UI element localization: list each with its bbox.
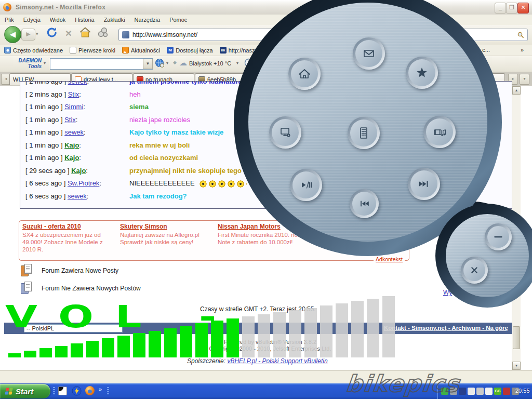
minimize-button[interactable]: _ <box>495 3 506 14</box>
bikepics-watermark: bikepics <box>340 369 532 399</box>
bookmark-label[interactable]: Aktualności <box>131 47 160 54</box>
calculator-button[interactable] <box>348 117 380 149</box>
desktop-screen: Simsony.net - Mozilla Firefox _ ❐ ✕ Plik… <box>0 0 532 399</box>
daemon-search-combobox[interactable] <box>50 58 153 70</box>
footer-link[interactable]: Archiwum <box>451 325 486 331</box>
list-all-tabs-icon[interactable]: ▾ <box>520 74 529 85</box>
back-history-dropdown[interactable]: ▾ <box>36 31 38 36</box>
bookmark-label[interactable]: Dostosuj łącza <box>176 47 213 54</box>
volume-bar <box>86 341 99 357</box>
shout-username-link[interactable]: sewek <box>68 81 87 85</box>
search-dropdown-caret[interactable]: ▾ <box>166 61 168 65</box>
volume-bar <box>117 336 130 357</box>
adkontekst-link[interactable]: Adkontekst <box>374 256 405 262</box>
firefox-title-bar: Simsony.net - Mozilla Firefox _ ❐ ✕ <box>0 0 532 15</box>
reload-icon[interactable] <box>45 26 59 41</box>
stop-icon[interactable]: × <box>61 26 76 41</box>
volume-bar <box>258 314 270 357</box>
url-text[interactable]: http://www.simsony.net/ <box>132 31 197 38</box>
menu-item[interactable]: Historia <box>70 17 99 23</box>
volume-bar <box>164 328 177 357</box>
shout-username-link[interactable]: Kajo <box>71 167 86 175</box>
translation-line: Spolszczenie: vBHELP.pl - Polski Support… <box>187 357 328 365</box>
tlen-quicklaunch-icon[interactable] <box>58 387 67 395</box>
menu-item[interactable]: Plik <box>0 17 19 23</box>
restore-button[interactable]: ❐ <box>506 3 517 14</box>
volume-bar <box>336 303 348 357</box>
search-magnifier-icon[interactable] <box>517 31 524 38</box>
volume-down-button[interactable] <box>485 223 512 250</box>
star-icon <box>408 59 435 86</box>
home-icon[interactable] <box>78 26 92 41</box>
play-pause-button[interactable] <box>290 169 322 201</box>
forward-button[interactable]: ▶ <box>21 29 35 41</box>
menu-item[interactable]: Edycja <box>19 17 45 23</box>
shout-time: [ 2 mins ago ] <box>25 81 66 85</box>
menu-item[interactable]: Pomoc <box>165 17 192 23</box>
shout-username-link[interactable]: sewek <box>68 192 87 200</box>
shout-username-link[interactable]: sewek <box>64 128 84 136</box>
footer-link[interactable]: Simsony.net <box>411 325 451 331</box>
bookmark-label[interactable]: Często odwiedzane <box>13 47 63 54</box>
back-button[interactable]: ◀ <box>4 26 21 43</box>
display-button[interactable] <box>269 116 301 149</box>
menu-item[interactable]: Zakładki <box>99 17 130 23</box>
mail-icon <box>355 40 382 67</box>
start-button[interactable]: Start <box>0 384 50 398</box>
vbhelp-link[interactable]: vBHELP.pl - Polski Support vBulletin <box>227 357 327 365</box>
volume-bar <box>320 305 332 357</box>
favorites-button[interactable] <box>406 57 438 89</box>
shout-username-link[interactable]: Stix <box>64 116 76 124</box>
shout-username-link[interactable]: Sw.Piotrek <box>68 179 99 187</box>
ad-column: Skutery Simson Najtaniej zawsze na Alleg… <box>120 223 214 246</box>
close-button[interactable]: ✕ <box>517 3 529 14</box>
bookmarks-overflow-chevron[interactable]: » <box>521 47 524 53</box>
shout-username-link[interactable]: Simmi <box>64 103 83 111</box>
daemon-quicklaunch-icon[interactable] <box>72 386 82 398</box>
previous-track-button[interactable] <box>350 189 379 218</box>
firefox-quicklaunch-icon[interactable] <box>85 386 95 395</box>
mail-button[interactable] <box>353 37 385 70</box>
daemon-dropdown-caret[interactable]: ▾ <box>44 61 46 65</box>
quicklaunch-chevron[interactable]: » <box>99 386 102 392</box>
bookmark-item[interactable]: Aktualności <box>122 47 160 54</box>
shout-message: siema <box>129 101 153 114</box>
ad-title-link[interactable]: Suzuki - oferta 2010 <box>22 223 116 230</box>
shout-meta: [ 1 min ago ] Stix: <box>25 114 77 127</box>
volume-bar <box>180 326 192 357</box>
next-track-button[interactable] <box>408 168 440 200</box>
bookmark-item[interactable]: M Dostosuj łącza <box>167 47 213 54</box>
shout-username-link[interactable]: Stix <box>68 90 79 98</box>
next-track-icon <box>410 170 437 197</box>
bookmark-item[interactable]: Często odwiedzane <box>4 47 63 54</box>
volume-bar <box>227 318 239 357</box>
weather-dropdown-caret[interactable]: ▾ <box>236 61 238 65</box>
footer-link[interactable]: Na górę <box>486 325 508 331</box>
bookmark-icon: nk <box>220 47 227 54</box>
menu-item[interactable]: Narzędzia <box>130 17 165 23</box>
shout-time: [ 1 min ago ] <box>25 103 63 111</box>
ad-body: Najtaniej zawsze na Allegro.pl Sprawdź j… <box>120 231 214 246</box>
bookmark-item[interactable]: Pierwsze kroki <box>70 47 115 54</box>
scrollbar-thumb[interactable] <box>513 326 520 349</box>
combo-dropdown-icon[interactable]: ▼ <box>143 59 153 69</box>
web-search-icon[interactable] <box>155 58 165 71</box>
shout-meta: [ 1 min ago ] Simmi: <box>25 101 85 114</box>
shout-username-link[interactable]: Kajo <box>64 154 79 162</box>
shout-username-link[interactable]: Kajo <box>64 141 79 149</box>
weather-text[interactable]: Białystok +10 °C <box>189 60 231 66</box>
ad-title-link[interactable]: Skutery Simson <box>120 223 214 230</box>
remote-close-button[interactable] <box>461 257 488 284</box>
media-icon <box>426 118 453 145</box>
legend-new-posts-label: Forum Zawiera Nowe Posty <box>42 267 118 274</box>
bookmark-label[interactable]: Pierwsze kroki <box>78 47 115 54</box>
shout-meta: [ 1 min ago ] Kajo: <box>25 139 81 152</box>
scroll-up-icon[interactable]: ▲ <box>512 86 521 95</box>
media-button[interactable] <box>423 116 456 148</box>
quicklaunch-grip <box>53 387 55 395</box>
keyring-icon[interactable] <box>96 26 110 41</box>
menu-item[interactable]: Widok <box>45 17 71 23</box>
daemon-tools-logo[interactable]: DAEMON Tools <box>15 58 42 69</box>
ad-body: SX4 z ubezpieczeniem już od 49.000! Zoba… <box>22 231 116 253</box>
home-button[interactable] <box>288 58 321 90</box>
